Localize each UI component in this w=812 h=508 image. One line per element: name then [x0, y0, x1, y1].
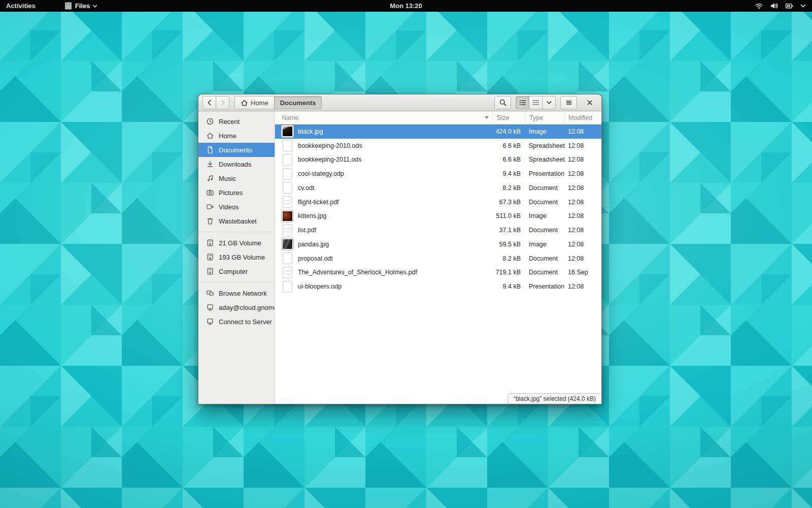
file-type: Image: [525, 241, 564, 248]
file-name: pandas.jpg: [298, 241, 329, 248]
sidebar-label: 21 GB Volume: [219, 239, 261, 247]
menu-button[interactable]: [560, 96, 577, 109]
status-bar: “black.jpg” selected (424.0 kB): [507, 393, 601, 404]
file-name: bookkeeping-2010.ods: [298, 142, 362, 149]
sidebar-label: Music: [219, 175, 236, 182]
activities-button[interactable]: Activities: [0, 0, 42, 12]
download-icon: [206, 160, 214, 168]
sort-descending-icon: [485, 116, 489, 119]
file-row[interactable]: cv.odt 8.2 kB Document 12:08: [275, 181, 601, 195]
sidebar-item-downloads[interactable]: Downloads: [198, 157, 275, 171]
clock-menu[interactable]: Mon 13:20: [390, 0, 422, 12]
file-row[interactable]: proposal.odt 8.2 kB Document 12:08: [275, 251, 601, 266]
path-home-label: Home: [251, 99, 268, 107]
path-button-documents[interactable]: Documents: [274, 96, 322, 109]
file-icon: [283, 168, 292, 180]
file-type: Document: [525, 199, 564, 206]
file-name-cell: list.pdf: [275, 225, 493, 236]
path-documents-label: Documents: [280, 99, 316, 107]
sidebar-item-documents[interactable]: Documents: [198, 143, 275, 157]
file-icon: [282, 125, 293, 137]
column-name-label: Name: [282, 114, 298, 121]
column-header-size[interactable]: Size: [493, 111, 525, 124]
file-name: cv.odt: [298, 184, 314, 192]
app-menu-label: Files: [75, 2, 90, 10]
file-rows: black.jpg 424.0 kB Image 12:08 bookkeepi…: [275, 124, 601, 404]
file-modified: 12:08: [564, 283, 601, 290]
column-header-name[interactable]: Name: [275, 111, 493, 124]
forward-button[interactable]: [216, 96, 229, 109]
list-view-icon: [519, 99, 527, 107]
top-bar: Activities Files Mon 13:20: [0, 0, 812, 12]
sidebar-item-connect-to-server[interactable]: Connect to Server: [198, 314, 275, 329]
activities-label: Activities: [6, 2, 36, 10]
file-name: kittens.jpg: [298, 212, 326, 219]
file-size: 719.1 kB: [493, 269, 525, 276]
file-row[interactable]: pandas.jpg 59.5 kB Image 12:08: [275, 237, 601, 251]
file-row[interactable]: bookkeeping-2010.ods 6.6 kB Spreadsheet …: [275, 139, 601, 153]
search-button[interactable]: [494, 96, 511, 109]
file-name-cell: bookkeeping-2010.ods: [275, 140, 493, 151]
file-icon: [283, 154, 292, 166]
volume-icon: [770, 2, 779, 10]
grid-view-button[interactable]: [529, 96, 543, 109]
remote-icon: [206, 303, 214, 311]
file-name: black.jpg: [298, 128, 323, 135]
files-app-icon: [64, 2, 73, 10]
file-name: list.pdf: [298, 227, 316, 234]
drive-icon: [206, 253, 214, 261]
list-view-button[interactable]: [516, 96, 529, 109]
file-row[interactable]: The_Adventures_of_Sherlock_Holmes.pdf 71…: [275, 266, 601, 280]
sidebar-label: 193 GB Volume: [219, 253, 265, 261]
app-menu-caret-icon: [92, 4, 97, 8]
sidebar-item-recent[interactable]: Recent: [198, 114, 275, 129]
file-icon: [283, 252, 292, 264]
sidebar-item-computer[interactable]: Computer: [198, 264, 275, 278]
file-row[interactable]: list.pdf 37.1 kB Document 12:08: [275, 223, 601, 237]
sidebar-item-home[interactable]: Home: [198, 129, 275, 143]
sidebar-item-music[interactable]: Music: [198, 171, 275, 185]
hamburger-menu-icon: [565, 99, 573, 107]
sidebar-item-volume-21gb[interactable]: 21 GB Volume: [198, 236, 275, 250]
sidebar-item-volume-193gb[interactable]: 193 GB Volume: [198, 250, 275, 264]
app-menu-button[interactable]: Files: [60, 0, 102, 12]
music-icon: [206, 174, 214, 182]
system-status-area[interactable]: [755, 0, 812, 12]
trash-icon: [206, 217, 214, 225]
view-options-button[interactable]: [542, 96, 556, 109]
file-size: 511.0 kB: [493, 212, 525, 219]
file-name: bookkeeping-2011.ods: [298, 156, 362, 163]
sidebar-item-pictures[interactable]: Pictures: [198, 185, 275, 200]
sidebar-item-remote-aday[interactable]: aday@cloud.gnome...: [198, 300, 275, 314]
back-button[interactable]: [202, 96, 216, 109]
file-row[interactable]: kittens.jpg 511.0 kB Image 12:08: [275, 209, 601, 224]
close-icon: [586, 99, 593, 106]
sidebar-item-wastebasket[interactable]: Wastebasket: [198, 214, 275, 228]
sidebar-item-videos[interactable]: Videos: [198, 200, 275, 214]
file-icon: [283, 267, 292, 278]
column-header-modified[interactable]: Modified: [564, 111, 601, 124]
view-toggle-group: [516, 96, 556, 109]
file-name-cell: cool-stategy.odp: [275, 168, 493, 180]
file-name-cell: pandas.jpg: [275, 238, 493, 250]
selection-status-text: “black.jpg” selected (424.0 kB): [514, 395, 596, 402]
file-row[interactable]: flight-ticket.pdf 67.3 kB Document 12:08: [275, 195, 601, 209]
file-row[interactable]: bookkeeping-2011.ods 6.6 kB Spreadsheet …: [275, 153, 601, 167]
file-row[interactable]: black.jpg 424.0 kB Image 12:08: [275, 124, 601, 139]
column-header-type[interactable]: Type: [525, 111, 564, 124]
file-size: 424.0 kB: [493, 128, 525, 135]
file-name: ui-bloopers.odp: [298, 283, 342, 290]
file-icon: [282, 238, 293, 250]
file-icon: [283, 225, 292, 236]
file-row[interactable]: cool-stategy.odp 9.4 kB Presentation 12:…: [275, 167, 601, 181]
file-name: The_Adventures_of_Sherlock_Holmes.pdf: [298, 269, 417, 276]
file-name-cell: bookkeeping-2011.ods: [275, 154, 493, 166]
close-window-button[interactable]: [584, 96, 595, 109]
file-type: Spreadsheet: [525, 156, 564, 163]
sidebar-label: Computer: [219, 268, 248, 275]
path-button-home[interactable]: Home: [234, 96, 275, 109]
file-row[interactable]: ui-bloopers.odp 9.4 kB Presentation 12:0…: [275, 279, 601, 294]
file-type: Image: [525, 212, 564, 219]
file-modified: 12:08: [564, 142, 601, 149]
sidebar-item-browse-network[interactable]: Browse Network: [198, 286, 275, 300]
